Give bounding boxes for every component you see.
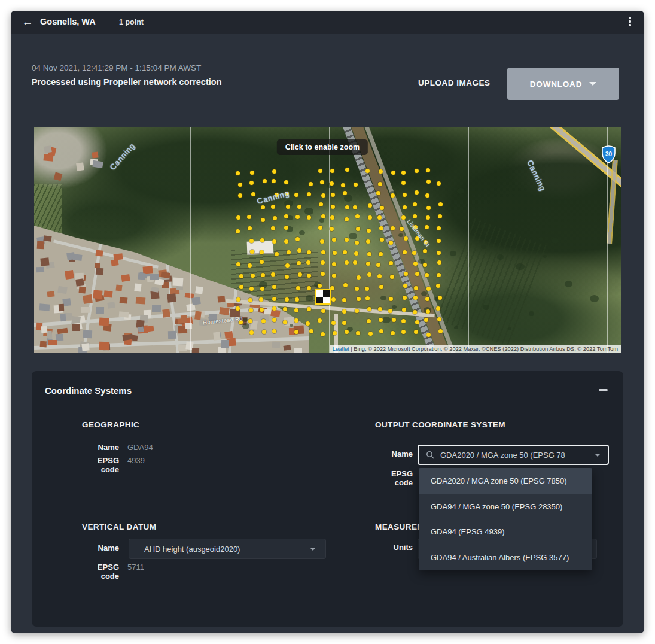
vertical-datum-selected-value: AHD height (ausgeoid2020) xyxy=(144,545,240,554)
survey-point-dot xyxy=(343,283,348,287)
survey-point-dot xyxy=(321,214,325,218)
survey-point-dot xyxy=(368,332,373,336)
survey-point-dot xyxy=(333,251,337,255)
output-epsg-label: EPSG code xyxy=(375,469,413,487)
download-button[interactable]: DOWNLOAD xyxy=(507,68,619,100)
back-arrow-icon[interactable]: ← xyxy=(20,15,35,29)
survey-point-dot xyxy=(365,287,369,291)
survey-point-dot xyxy=(353,260,357,265)
survey-point-dot xyxy=(320,180,324,184)
survey-point-dot xyxy=(426,287,431,291)
survey-point-dot xyxy=(392,318,396,322)
survey-point-dot xyxy=(413,296,418,300)
survey-point-dot xyxy=(414,286,418,290)
geographic-epsg-value: 4939 xyxy=(127,456,145,465)
survey-point-dot xyxy=(249,287,254,291)
survey-point-dot xyxy=(413,214,417,218)
survey-point-dot xyxy=(260,250,264,254)
survey-point-dot xyxy=(248,319,252,323)
survey-point-dot xyxy=(298,272,302,277)
survey-point-dot xyxy=(345,238,349,242)
survey-point-dot xyxy=(261,319,266,323)
survey-point-dot xyxy=(437,273,441,277)
survey-point-dot xyxy=(426,309,430,314)
survey-point-dot xyxy=(236,297,240,302)
survey-point-dot xyxy=(426,333,431,337)
kebab-menu-icon[interactable] xyxy=(624,16,636,29)
survey-point-dot xyxy=(284,214,288,218)
survey-point-dot xyxy=(249,181,254,185)
survey-point-dot xyxy=(273,216,277,220)
survey-point-dot xyxy=(307,250,311,254)
survey-point-dot xyxy=(354,183,358,187)
survey-point-dot xyxy=(236,229,240,233)
survey-point-dot xyxy=(249,330,254,335)
survey-point-dot xyxy=(377,215,382,220)
chevron-down-icon xyxy=(310,548,316,551)
dropdown-option[interactable]: GDA94 (EPSG 4939) xyxy=(419,520,592,545)
dropdown-option[interactable]: GDA94 / MGA zone 50 (EPSG 28350) xyxy=(419,494,592,520)
survey-point-dot xyxy=(425,193,429,198)
map-attribution: Leaflet | Bing, © 2022 Microsoft Corpora… xyxy=(330,345,621,353)
survey-point-dot xyxy=(321,250,325,254)
survey-point-dot xyxy=(367,272,371,277)
survey-point-dot xyxy=(438,296,442,300)
leaflet-link[interactable]: Leaflet xyxy=(333,346,349,352)
survey-point-dot xyxy=(403,284,407,288)
survey-point-dot xyxy=(260,260,264,264)
map[interactable]: Canning Canning Canning Lissiman St Home… xyxy=(34,127,621,353)
vertical-datum-select[interactable]: AHD height (ausgeoid2020) xyxy=(129,539,326,559)
survey-point-dot xyxy=(403,250,407,254)
survey-point-dot xyxy=(436,284,440,288)
survey-point-dot xyxy=(356,331,360,335)
survey-point-dot xyxy=(321,260,325,265)
survey-point-dot xyxy=(425,297,429,301)
survey-point-dot xyxy=(345,330,349,334)
vertical-epsg-value: 5711 xyxy=(127,563,144,572)
survey-point-dot xyxy=(415,320,419,324)
survey-point-dot xyxy=(307,192,311,196)
survey-point-dot xyxy=(368,203,372,208)
survey-point-dot xyxy=(332,262,336,266)
survey-point-dot xyxy=(330,215,334,220)
survey-point-dot xyxy=(404,272,408,276)
output-cs-select[interactable]: GDA2020 / MGA zone 50 (EPSG 78 xyxy=(418,445,609,465)
points-count: 1 point xyxy=(119,18,144,26)
survey-point-dot xyxy=(307,274,311,278)
survey-point-dot xyxy=(284,239,288,244)
survey-point-dot xyxy=(239,285,243,289)
survey-point-dot xyxy=(424,318,428,322)
page-title: Gosnells, WA xyxy=(40,17,96,26)
upload-images-button[interactable]: UPLOAD IMAGES xyxy=(418,78,491,87)
dropdown-option[interactable]: GDA2020 / MGA zone 50 (EPSG 7850) xyxy=(419,468,592,494)
survey-point-dot xyxy=(297,248,301,253)
dropdown-option[interactable]: GDA94 / Australian Albers (EPSG 3577) xyxy=(419,545,592,570)
survey-point-dot xyxy=(401,181,406,185)
chevron-down-icon xyxy=(595,454,601,457)
survey-point-dot xyxy=(389,261,393,265)
survey-point-dot xyxy=(331,205,335,209)
survey-point-dot xyxy=(403,193,407,197)
processing-status: Processed using Propeller network correc… xyxy=(32,77,222,87)
survey-point-dot xyxy=(306,321,310,326)
collapse-icon[interactable] xyxy=(599,389,608,391)
survey-point-dot xyxy=(332,238,336,242)
survey-point-dot xyxy=(249,308,253,312)
survey-point-dot xyxy=(415,272,419,276)
survey-point-dot xyxy=(379,169,383,174)
survey-point-dot xyxy=(295,237,300,241)
survey-point-dot xyxy=(415,169,419,173)
survey-point-dot xyxy=(426,206,431,210)
survey-point-dot xyxy=(414,330,418,334)
survey-point-dot xyxy=(436,306,440,311)
survey-point-dot xyxy=(295,297,299,302)
survey-point-dot xyxy=(357,297,361,301)
survey-point-dot xyxy=(297,205,301,209)
survey-point-dot xyxy=(272,179,276,183)
survey-point-dot xyxy=(294,193,298,197)
geographic-name-label: Name xyxy=(81,443,119,452)
survey-point-dot xyxy=(380,206,384,210)
survey-point-dot xyxy=(275,252,279,256)
survey-point-dot xyxy=(380,238,384,242)
survey-point-dot xyxy=(425,273,429,277)
